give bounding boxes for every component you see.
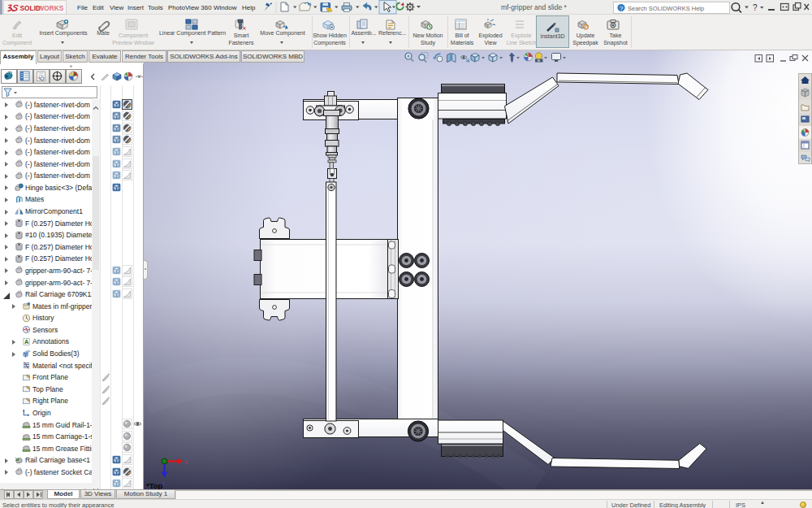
svg-text:z: z [162,480,166,486]
svg-text:!: ! [328,8,329,12]
svg-text:?: ? [753,3,758,12]
svg-text:*Top: *Top [146,481,163,489]
svg-text:?: ? [620,4,624,11]
svg-text:WORKS: WORKS [38,5,64,12]
svg-text:x: x [185,459,188,465]
svg-text:Search SOLIDWORKS Help: Search SOLIDWORKS Help [628,4,704,11]
